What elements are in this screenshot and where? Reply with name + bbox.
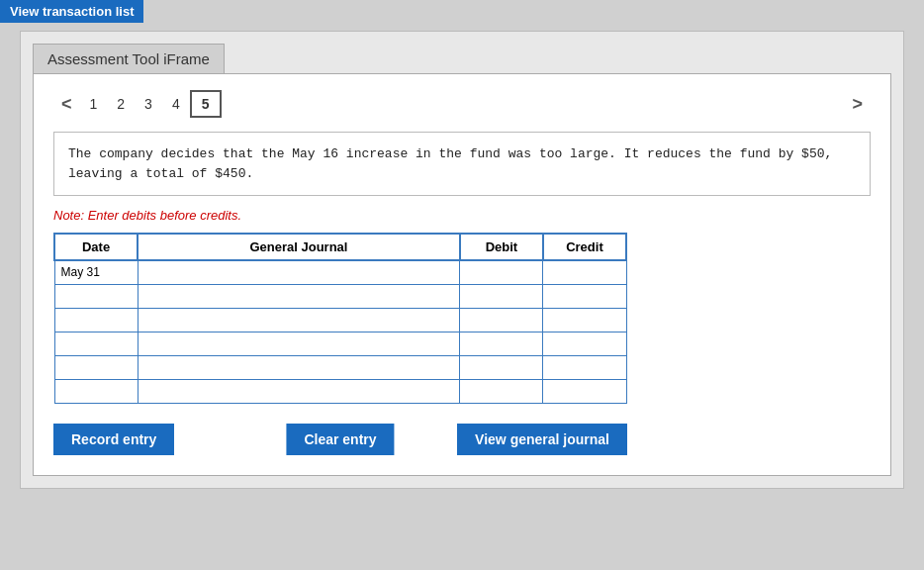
journal-cell-4[interactable]	[138, 355, 460, 379]
view-general-journal-button[interactable]: View general journal	[457, 424, 627, 455]
credit-input-0[interactable]	[549, 265, 619, 279]
date-input-4[interactable]	[61, 360, 132, 374]
next-arrow[interactable]: >	[844, 92, 871, 117]
credit-input-5[interactable]	[549, 384, 619, 398]
col-journal: General Journal	[138, 234, 460, 260]
credit-input-1[interactable]	[549, 289, 619, 303]
date-input-1[interactable]	[61, 289, 132, 303]
col-debit: Debit	[460, 234, 543, 260]
journal-input-4[interactable]	[144, 360, 454, 374]
credit-cell-3[interactable]	[543, 332, 626, 355]
debit-input-0[interactable]	[466, 265, 536, 279]
table-row	[54, 379, 138, 403]
prev-arrow[interactable]: <	[53, 92, 80, 117]
date-input-5[interactable]	[61, 384, 132, 398]
table-row	[54, 308, 138, 332]
page-3[interactable]: 3	[135, 92, 162, 116]
debit-cell-1[interactable]	[460, 284, 543, 308]
credit-cell-5[interactable]	[543, 379, 626, 403]
credit-cell-4[interactable]	[543, 355, 626, 379]
main-container: Assessment Tool iFrame < 1 2 3 4 5 > The…	[20, 31, 904, 489]
credit-input-4[interactable]	[549, 360, 619, 374]
table-row	[54, 355, 138, 379]
date-input-3[interactable]	[61, 336, 132, 350]
journal-input-5[interactable]	[144, 384, 454, 398]
journal-input-2[interactable]	[144, 313, 454, 327]
credit-cell-0[interactable]	[543, 260, 626, 284]
date-may31: May 31	[61, 265, 100, 279]
content-area: < 1 2 3 4 5 > The company decides that t…	[33, 73, 891, 476]
credit-input-2[interactable]	[549, 313, 619, 327]
clear-entry-button[interactable]: Clear entry	[286, 424, 394, 455]
journal-cell-2[interactable]	[138, 308, 460, 332]
col-date: Date	[54, 234, 138, 260]
journal-cell-1[interactable]	[138, 284, 460, 308]
debit-cell-4[interactable]	[460, 355, 543, 379]
journal-cell-5[interactable]	[138, 379, 460, 403]
credit-cell-2[interactable]	[543, 308, 626, 332]
view-transaction-bar[interactable]: View transaction list	[0, 0, 143, 23]
credit-cell-1[interactable]	[543, 284, 626, 308]
buttons-row: Record entry Clear entry View general jo…	[53, 424, 627, 455]
table-row	[54, 284, 138, 308]
journal-cell-0[interactable]	[138, 260, 460, 284]
pagination: < 1 2 3 4 5 >	[53, 90, 871, 118]
date-input-2[interactable]	[61, 313, 132, 327]
note-text: Note: Enter debits before credits.	[53, 208, 871, 223]
table-row: May 31	[54, 260, 138, 284]
journal-input-0[interactable]	[144, 265, 454, 279]
debit-input-3[interactable]	[466, 336, 536, 350]
debit-input-5[interactable]	[466, 384, 536, 398]
iframe-label: Assessment Tool iFrame	[33, 44, 225, 73]
journal-input-3[interactable]	[144, 336, 454, 350]
journal-input-1[interactable]	[144, 289, 454, 303]
journal-cell-3[interactable]	[138, 332, 460, 355]
page-4[interactable]: 4	[162, 92, 190, 116]
page-1[interactable]: 1	[80, 92, 108, 116]
debit-cell-5[interactable]	[460, 379, 543, 403]
page-2[interactable]: 2	[107, 92, 135, 116]
debit-cell-3[interactable]	[460, 332, 543, 355]
debit-cell-0[interactable]	[460, 260, 543, 284]
col-credit: Credit	[543, 234, 626, 260]
record-entry-button[interactable]: Record entry	[53, 424, 174, 455]
scenario-box: The company decides that the May 16 incr…	[53, 132, 871, 196]
journal-table: Date General Journal Debit Credit May 31	[53, 233, 627, 404]
page-5[interactable]: 5	[190, 90, 222, 118]
debit-input-2[interactable]	[466, 313, 536, 327]
debit-input-1[interactable]	[466, 289, 536, 303]
table-row	[54, 332, 138, 355]
debit-cell-2[interactable]	[460, 308, 543, 332]
debit-input-4[interactable]	[466, 360, 536, 374]
credit-input-3[interactable]	[549, 336, 619, 350]
